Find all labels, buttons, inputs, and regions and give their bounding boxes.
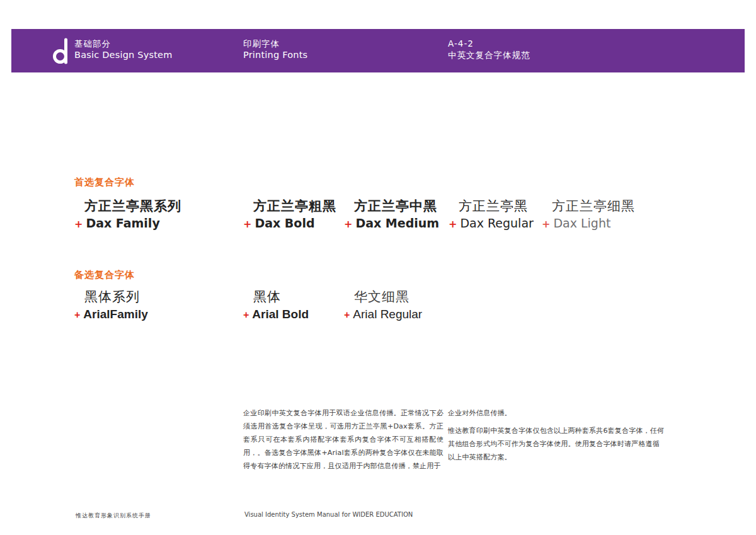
font-sample-zh-name: 方正兰亭细黑 — [542, 197, 635, 215]
font-sample-en-label: ArialFamily — [83, 306, 147, 323]
font-sample-dax-family: 方正兰亭黑系列 + Dax Family — [74, 197, 181, 233]
font-sample-zh-name: 方正兰亭粗黑 — [243, 197, 336, 215]
font-sample-dax-regular: 方正兰亭黑 + Dax Regular — [449, 197, 534, 233]
usage-note-paragraph: 企业印刷中英文复合字体用于双语企业信息传播。正常情况下必须选用首选复合字体呈现，… — [243, 406, 444, 473]
usage-note-column-left: 企业印刷中英文复合字体用于双语企业信息传播。正常情况下必须选用首选复合字体呈现，… — [243, 406, 444, 473]
usage-note-paragraph-continued: 企业对外信息传播。 — [448, 406, 665, 420]
preferred-fonts-heading: 首选复合字体 — [74, 176, 135, 188]
font-sample-dax-light: 方正兰亭细黑 + Dax Light — [542, 197, 635, 233]
font-sample-en-label: Dax Bold — [255, 215, 314, 232]
font-sample-en-label: Dax Family — [86, 215, 159, 232]
font-sample-en-name: + Dax Medium — [344, 215, 439, 233]
footer-manual-title-zh: 惟达教育形象识别系统手册 — [76, 512, 151, 520]
alternate-fonts-heading: 备选复合字体 — [74, 269, 135, 281]
font-sample-en-name: + Arial Regular — [344, 306, 422, 323]
font-sample-dax-bold: 方正兰亭粗黑 + Dax Bold — [243, 197, 336, 233]
font-sample-en-label: Dax Light — [553, 215, 610, 232]
usage-note-paragraph-summary: 惟达教育印刷中英复合字体仅包含以上两种套系共6套复合字体，任何其他组合形式均不可… — [448, 424, 665, 464]
font-sample-en-label: Arial Bold — [252, 306, 309, 323]
plus-mark: + — [74, 216, 83, 233]
brand-letter-a-icon — [53, 38, 68, 64]
header-page-code: A-4-2 中英文复合字体规范 — [448, 38, 530, 60]
font-sample-arial-bold: 黑体 + Arial Bold — [243, 288, 309, 323]
plus-mark: + — [74, 306, 80, 323]
header-section-zh: 基础部分 — [74, 38, 173, 50]
header-chapter-printing-fonts: 印刷字体 Printing Fonts — [243, 38, 307, 60]
footer-manual-title-en: Visual Identity System Manual for WIDER … — [244, 511, 413, 518]
font-sample-en-name: + Dax Family — [74, 215, 181, 233]
font-sample-zh-name: 方正兰亭黑系列 — [74, 197, 181, 215]
font-sample-en-name: + Dax Bold — [243, 215, 336, 233]
header-chapter-en: Printing Fonts — [243, 50, 307, 61]
font-sample-en-name: + Arial Bold — [243, 306, 309, 323]
font-sample-zh-name: 黑体系列 — [74, 288, 148, 306]
manual-page: { "colors": { "purple": "#6B3191", "oran… — [0, 0, 756, 535]
header-bar: 基础部分 Basic Design System 印刷字体 Printing F… — [11, 29, 745, 72]
font-sample-dax-medium: 方正兰亭中黑 + Dax Medium — [344, 197, 439, 233]
header-section-basic: 基础部分 Basic Design System — [74, 38, 173, 60]
plus-mark: + — [542, 216, 550, 233]
plus-mark: + — [344, 306, 350, 323]
plus-mark: + — [243, 216, 251, 233]
font-sample-en-label: Dax Medium — [355, 215, 439, 232]
plus-mark: + — [344, 216, 352, 233]
font-sample-zh-name: 方正兰亭中黑 — [344, 197, 439, 215]
font-sample-en-name: + Dax Light — [542, 215, 635, 233]
page-subtitle: 中英文复合字体规范 — [448, 50, 530, 61]
font-sample-en-label: Arial Regular — [353, 306, 422, 323]
plus-mark: + — [243, 306, 249, 323]
font-sample-en-label: Dax Regular — [460, 215, 533, 232]
font-sample-en-name: + Dax Regular — [449, 215, 534, 233]
usage-note-column-right: 企业对外信息传播。 惟达教育印刷中英复合字体仅包含以上两种套系共6套复合字体，任… — [448, 406, 665, 464]
font-sample-arial-regular: 华文细黑 + Arial Regular — [344, 288, 422, 323]
font-sample-zh-name: 方正兰亭黑 — [449, 197, 534, 215]
plus-mark: + — [449, 216, 457, 233]
header-chapter-zh: 印刷字体 — [243, 38, 307, 50]
font-sample-arial-family: 黑体系列 + ArialFamily — [74, 288, 148, 323]
header-section-en: Basic Design System — [74, 50, 173, 61]
page-code: A-4-2 — [448, 38, 530, 50]
font-sample-en-name: + ArialFamily — [74, 306, 148, 323]
font-sample-zh-name: 黑体 — [243, 288, 309, 306]
font-sample-zh-name: 华文细黑 — [344, 288, 422, 306]
